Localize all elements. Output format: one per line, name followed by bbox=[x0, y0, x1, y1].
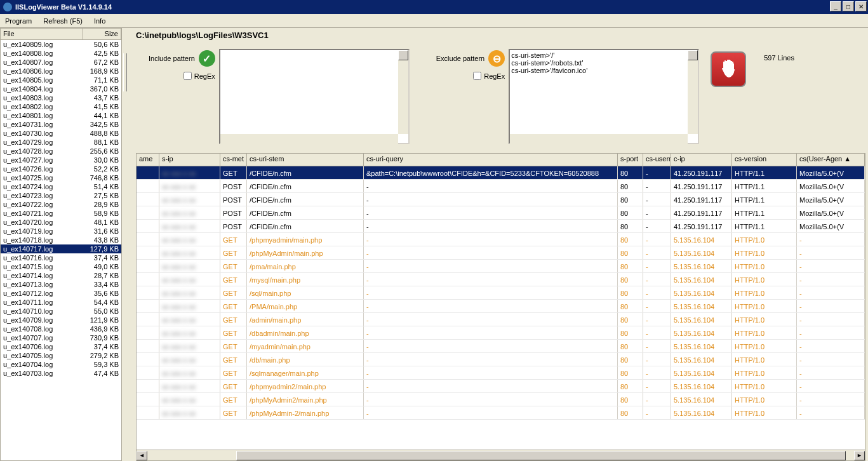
grid-row[interactable]: xx xxx x xxGET/myadmin/main.php-80-5.135… bbox=[137, 340, 865, 353]
file-row[interactable]: u_ex140712.log35,6 KB bbox=[1, 289, 121, 298]
grid-body[interactable]: xx xxx x xxGET/CFIDE/n.cfm&path=C:\inetp… bbox=[137, 166, 865, 450]
grid-row[interactable]: xx xxx x xxGET/pma/main.php-80-5.135.16.… bbox=[137, 260, 865, 273]
file-row[interactable]: u_ex140719.log31,6 KB bbox=[1, 227, 121, 236]
grid-header: ame s-ip cs-met cs-uri-stem cs-uri-query… bbox=[137, 154, 865, 166]
grid-row[interactable]: xx xxx x xxPOST/CFIDE/n.cfm-80-41.250.19… bbox=[137, 180, 865, 193]
file-row[interactable]: u_ex140808.log42,5 KB bbox=[1, 49, 121, 58]
file-header-size[interactable]: Size bbox=[83, 29, 121, 39]
include-pattern-textarea[interactable] bbox=[219, 49, 410, 144]
exclude-label: Exclude pattern bbox=[436, 55, 484, 62]
app-icon bbox=[3, 2, 13, 12]
menu-refresh[interactable]: Refresh (F5) bbox=[43, 17, 83, 25]
grid-row[interactable]: xx xxx x xxGET/phpMyAdmin/main.php-80-5.… bbox=[137, 246, 865, 260]
file-row[interactable]: u_ex140729.log88,1 KB bbox=[1, 138, 121, 147]
file-row[interactable]: u_ex140728.log255,6 KB bbox=[1, 147, 121, 156]
grid-row[interactable]: xx xxx x xxGET/phpmyadmin/main.php-80-5.… bbox=[137, 233, 865, 246]
exclude-regex-checkbox[interactable]: RegEx bbox=[473, 72, 505, 80]
col-s-port[interactable]: s-port bbox=[618, 154, 643, 166]
col-ame[interactable]: ame bbox=[137, 154, 159, 166]
col-cs-version[interactable]: cs-version bbox=[732, 154, 797, 166]
file-row[interactable]: u_ex140718.log43,8 KB bbox=[1, 236, 121, 244]
file-row[interactable]: u_ex140704.log59,3 KB bbox=[1, 360, 121, 369]
exclude-no-icon: ⊖ bbox=[488, 50, 505, 67]
file-row[interactable]: u_ex140720.log48,1 KB bbox=[1, 218, 121, 227]
include-label: Include pattern bbox=[149, 55, 195, 62]
stop-button[interactable] bbox=[711, 51, 746, 87]
file-row[interactable]: u_ex140801.log44,1 KB bbox=[1, 111, 121, 120]
exclude-pattern-textarea[interactable] bbox=[509, 49, 699, 144]
grid-row[interactable]: xx xxx x xxGET/db/main.php-80-5.135.16.1… bbox=[137, 353, 865, 366]
file-header-file[interactable]: File bbox=[1, 29, 83, 39]
file-row[interactable]: u_ex140715.log49,0 KB bbox=[1, 262, 121, 271]
file-row[interactable]: u_ex140730.log488,8 KB bbox=[1, 129, 121, 138]
file-row[interactable]: u_ex140722.log28,9 KB bbox=[1, 200, 121, 209]
file-row[interactable]: u_ex140710.log55,0 KB bbox=[1, 307, 121, 316]
col-cs-username[interactable]: cs-usern bbox=[643, 154, 671, 166]
include-regex-checkbox[interactable]: RegEx bbox=[184, 72, 215, 80]
file-row[interactable]: u_ex140721.log58,9 KB bbox=[1, 209, 121, 218]
col-cs-uri-query[interactable]: cs-uri-query bbox=[364, 154, 618, 166]
grid-row[interactable]: xx xxx x xxGET/sqlmanager/main.php-80-5.… bbox=[137, 366, 865, 380]
file-row[interactable]: u_ex140726.log52,2 KB bbox=[1, 164, 121, 173]
file-row[interactable]: u_ex140717.log127,9 KB bbox=[1, 244, 121, 253]
hand-stop-icon bbox=[718, 58, 739, 80]
include-ok-icon: ✓ bbox=[199, 50, 215, 67]
grid-row[interactable]: xx xxx x xxGET/phpMyAdmin2/main.php-80-5… bbox=[137, 393, 865, 406]
file-row[interactable]: u_ex140709.log121,9 KB bbox=[1, 316, 121, 324]
file-row[interactable]: u_ex140805.log71,1 KB bbox=[1, 76, 121, 84]
menu-program[interactable]: Program bbox=[5, 17, 32, 25]
grid-row[interactable]: xx xxx x xxPOST/CFIDE/n.cfm-80-41.250.19… bbox=[137, 220, 865, 233]
file-list-panel: File Size u_ex140809.log50,6 KBu_ex14080… bbox=[0, 28, 122, 461]
minimize-button[interactable]: _ bbox=[830, 1, 841, 11]
file-row[interactable]: u_ex140703.log47,4 KB bbox=[1, 369, 121, 378]
file-row[interactable]: u_ex140708.log436,9 KB bbox=[1, 324, 121, 333]
file-list[interactable]: u_ex140809.log50,6 KBu_ex140808.log42,5 … bbox=[1, 40, 121, 460]
grid-row[interactable]: xx xxx x xxGET/dbadmin/main.php-80-5.135… bbox=[137, 326, 865, 340]
file-row[interactable]: u_ex140731.log342,5 KB bbox=[1, 120, 121, 129]
title-bar: IISLogViewer Beta V1.14.9.14 _ □ ✕ bbox=[0, 0, 868, 14]
file-row[interactable]: u_ex140713.log33,4 KB bbox=[1, 280, 121, 289]
file-row[interactable]: u_ex140802.log41,5 KB bbox=[1, 102, 121, 111]
file-row[interactable]: u_ex140725.log746,8 KB bbox=[1, 173, 121, 182]
file-row[interactable]: u_ex140806.log168,9 KB bbox=[1, 67, 121, 76]
grid-row[interactable]: xx xxx x xxGET/mysql/main.php-80-5.135.1… bbox=[137, 273, 865, 286]
grid-row[interactable]: xx xxx x xxGET/phpmyadmin2/main.php-80-5… bbox=[137, 380, 865, 393]
file-row[interactable]: u_ex140804.log367,0 KB bbox=[1, 84, 121, 93]
col-cs-method[interactable]: cs-met bbox=[220, 154, 247, 166]
col-cs-uri-stem[interactable]: cs-uri-stem bbox=[247, 154, 364, 166]
window-title: IISLogViewer Beta V1.14.9.14 bbox=[15, 3, 112, 11]
path-title: C:\inetpub\logs\LogFiles\W3SVC1 bbox=[136, 30, 865, 40]
file-row[interactable]: u_ex140711.log54,4 KB bbox=[1, 298, 121, 307]
menu-info[interactable]: Info bbox=[94, 17, 105, 25]
splitter-handle[interactable] bbox=[123, 53, 127, 91]
file-row[interactable]: u_ex140716.log37,4 KB bbox=[1, 253, 121, 262]
menu-bar: Program Refresh (F5) Info bbox=[0, 14, 868, 28]
grid-row[interactable]: xx xxx x xxGET/sql/main.php-80-5.135.16.… bbox=[137, 286, 865, 300]
grid-h-scrollbar[interactable]: ◄ ► bbox=[137, 450, 865, 460]
file-row[interactable]: u_ex140724.log51,4 KB bbox=[1, 182, 121, 191]
grid-row[interactable]: xx xxx x xxGET/admin/main.php-80-5.135.1… bbox=[137, 313, 865, 326]
file-row[interactable]: u_ex140705.log279,2 KB bbox=[1, 351, 121, 360]
col-c-ip[interactable]: c-ip bbox=[671, 154, 732, 166]
log-grid: ame s-ip cs-met cs-uri-stem cs-uri-query… bbox=[136, 153, 865, 461]
file-row[interactable]: u_ex140727.log30,0 KB bbox=[1, 156, 121, 164]
close-button[interactable]: ✕ bbox=[855, 1, 867, 11]
grid-row[interactable]: xx xxx x xxGET/CFIDE/n.cfm&path=C:\inetp… bbox=[137, 166, 865, 180]
col-user-agent[interactable]: cs(User-Agen ▲ bbox=[797, 154, 865, 166]
grid-row[interactable]: xx xxx x xxGET/PMA/main.php-80-5.135.16.… bbox=[137, 300, 865, 313]
file-row[interactable]: u_ex140809.log50,6 KB bbox=[1, 40, 121, 49]
line-count: 597 Lines bbox=[764, 54, 794, 62]
grid-row[interactable]: xx xxx x xxPOST/CFIDE/n.cfm-80-41.250.19… bbox=[137, 206, 865, 220]
file-row[interactable]: u_ex140807.log67,2 KB bbox=[1, 58, 121, 67]
maximize-button[interactable]: □ bbox=[843, 1, 854, 11]
file-row[interactable]: u_ex140714.log28,7 KB bbox=[1, 271, 121, 280]
file-row[interactable]: u_ex140803.log43,7 KB bbox=[1, 93, 121, 102]
file-row[interactable]: u_ex140707.log730,9 KB bbox=[1, 333, 121, 342]
grid-row[interactable]: xx xxx x xxPOST/CFIDE/n.cfm-80-41.250.19… bbox=[137, 193, 865, 206]
grid-row[interactable]: xx xxx x xxGET/phpMyAdmin-2/main.php-80-… bbox=[137, 406, 865, 420]
file-row[interactable]: u_ex140723.log27,5 KB bbox=[1, 191, 121, 200]
svg-point-0 bbox=[3, 3, 12, 11]
file-row[interactable]: u_ex140706.log37,4 KB bbox=[1, 342, 121, 351]
col-s-ip[interactable]: s-ip bbox=[159, 154, 220, 166]
